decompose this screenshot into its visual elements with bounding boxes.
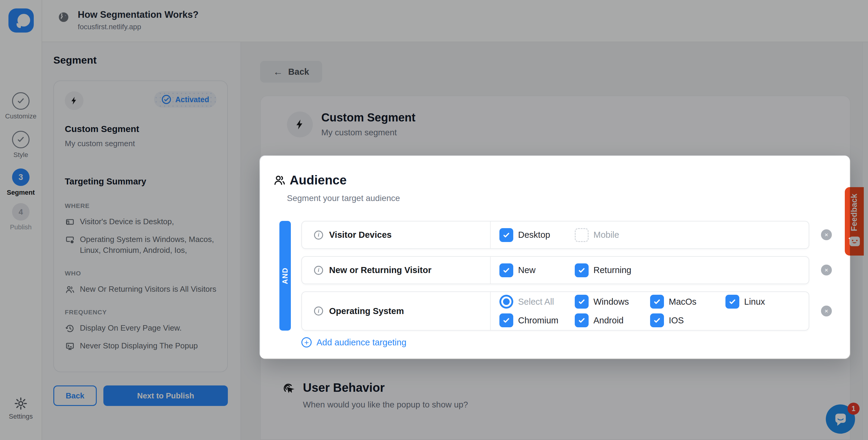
- option-windows[interactable]: Windows: [575, 295, 650, 309]
- checkbox-unchecked-icon[interactable]: [575, 228, 589, 242]
- checkbox-checked-icon[interactable]: [650, 295, 664, 309]
- rule-label: Operating System: [329, 306, 404, 316]
- visitors-icon: [65, 284, 75, 295]
- section-label-who: WHO: [65, 270, 216, 277]
- option-ios[interactable]: IOS: [650, 313, 725, 327]
- checkbox-checked-icon[interactable]: [575, 313, 589, 327]
- option-desktop[interactable]: Desktop: [499, 228, 575, 242]
- checkbox-checked-icon[interactable]: [499, 228, 513, 242]
- close-icon: ×: [825, 307, 828, 315]
- segment-panel: Segment Activated Custom Segment My cust…: [42, 42, 241, 440]
- checkbox-checked-icon[interactable]: [725, 295, 739, 309]
- summary-text: Operating System is Windows, Macos, Linu…: [80, 234, 216, 256]
- globe-icon: [57, 11, 70, 24]
- info-icon[interactable]: i: [314, 230, 323, 240]
- option-chromium[interactable]: Chromium: [499, 313, 575, 327]
- summary-text: Never Stop Displaying The Popup: [80, 341, 198, 351]
- panel-title: Segment: [53, 54, 228, 66]
- main-back-label: Back: [288, 67, 309, 77]
- summary-item: Visitor's Device is Desktop,: [65, 216, 216, 227]
- chat-bubble-icon: [833, 411, 848, 427]
- user-behavior-icon: [281, 381, 294, 395]
- device-icon: [65, 217, 75, 227]
- summary-item: Operating System is Windows, Macos, Linu…: [65, 234, 216, 256]
- settings-button[interactable]: Settings: [0, 397, 41, 420]
- option-new[interactable]: New: [499, 263, 575, 277]
- logo-cell: [0, 0, 42, 41]
- option-returning[interactable]: Returning: [575, 263, 650, 277]
- info-icon[interactable]: i: [314, 307, 323, 316]
- option-linux[interactable]: Linux: [725, 295, 801, 309]
- remove-rule-button[interactable]: ×: [821, 229, 832, 240]
- page-url: focusfirst.netlify.app: [78, 23, 198, 31]
- logo-bubble-tail: [16, 23, 22, 28]
- step-label: Customize: [0, 113, 41, 120]
- rule-row-operating-system: i Operating System Select All Wi: [301, 291, 809, 331]
- checkbox-checked-icon[interactable]: [575, 263, 589, 277]
- targeting-summary-title: Targeting Summary: [65, 177, 216, 187]
- remove-rule-button[interactable]: ×: [821, 306, 832, 316]
- option-macos[interactable]: MacOs: [650, 295, 725, 309]
- step-segment[interactable]: 3 Segment: [0, 168, 41, 196]
- option-mobile[interactable]: Mobile: [575, 228, 650, 242]
- popupsmart-logo[interactable]: [8, 8, 34, 33]
- os-monitor-icon: [65, 235, 75, 256]
- step-customize[interactable]: Customize: [0, 92, 41, 120]
- checkbox-checked-icon[interactable]: [499, 313, 513, 327]
- section-label-frequency: FREQUENCY: [65, 309, 216, 316]
- user-behavior-title: User Behavior: [303, 381, 384, 395]
- step-rail: Customize Style 3 Segment 4 Publish Sett…: [0, 41, 42, 440]
- user-behavior-subtitle: When would you like the popup to show up…: [303, 400, 468, 410]
- radio-selected-icon[interactable]: [499, 295, 513, 309]
- plus-circle-icon: +: [301, 337, 312, 347]
- history-clock-icon: [65, 323, 75, 334]
- lightning-icon: [65, 91, 84, 110]
- check-circle-icon: [161, 94, 172, 104]
- main-back-button[interactable]: ← Back: [260, 61, 322, 83]
- summary-item: Never Stop Displaying The Popup: [65, 341, 216, 351]
- page-info: How Segmentation Works? focusfirst.netli…: [57, 9, 198, 31]
- option-android[interactable]: Android: [575, 313, 650, 327]
- close-icon: ×: [825, 266, 828, 274]
- notification-badge[interactable]: 1: [847, 403, 860, 415]
- step-style[interactable]: Style: [0, 131, 41, 159]
- rule-row-new-or-returning: i New or Returning Visitor New: [301, 256, 809, 284]
- back-button[interactable]: Back: [53, 385, 97, 406]
- audience-panel: Audience Segment your target audience AN…: [260, 156, 850, 359]
- step-number-badge: 3: [12, 168, 30, 186]
- option-select-all[interactable]: Select All: [499, 295, 575, 309]
- segment-card-title: Custom Segment: [65, 124, 216, 134]
- feedback-label: Feedback: [849, 194, 859, 231]
- audience-subtitle: Segment your target audience: [287, 193, 400, 203]
- feedback-tab[interactable]: Feedback: [845, 187, 864, 256]
- settings-label: Settings: [0, 413, 41, 420]
- segment-card-subtitle: My custom segment: [65, 139, 216, 148]
- summary-text: Visitor's Device is Desktop,: [80, 216, 174, 227]
- checkbox-checked-icon[interactable]: [650, 313, 664, 327]
- and-label: AND: [281, 267, 289, 284]
- rule-row-visitor-devices: i Visitor Devices Desktop Mobile: [301, 221, 809, 249]
- section-label-where: WHERE: [65, 202, 216, 210]
- check-circle-icon: [12, 131, 30, 148]
- check-circle-icon: [12, 92, 30, 110]
- segment-summary-card: Activated Custom Segment My custom segme…: [53, 81, 228, 372]
- step-label: Segment: [0, 189, 41, 196]
- top-bar: How Segmentation Works? focusfirst.netli…: [0, 0, 868, 42]
- close-icon: ×: [825, 231, 828, 239]
- step-label: Publish: [0, 223, 41, 231]
- add-audience-targeting-button[interactable]: + Add audience targeting: [301, 337, 406, 347]
- step-publish[interactable]: 4 Publish: [0, 203, 41, 231]
- remove-rule-button[interactable]: ×: [821, 264, 832, 276]
- step-label: Style: [0, 151, 41, 159]
- next-to-publish-button[interactable]: Next to Publish: [103, 385, 228, 406]
- info-icon[interactable]: i: [314, 266, 323, 275]
- rule-label: Visitor Devices: [329, 230, 392, 240]
- checkbox-checked-icon[interactable]: [575, 295, 589, 309]
- checkbox-checked-icon[interactable]: [499, 263, 513, 277]
- rule-label: New or Returning Visitor: [329, 265, 431, 275]
- page-title: How Segmentation Works?: [78, 9, 198, 20]
- audience-title: Audience: [290, 173, 347, 187]
- summary-text: New Or Returning Visitors is All Visitor…: [80, 284, 216, 295]
- segment-detail-card: Custom Segment My custom segment Audienc…: [260, 96, 850, 440]
- summary-item: Display On Every Page View.: [65, 323, 216, 334]
